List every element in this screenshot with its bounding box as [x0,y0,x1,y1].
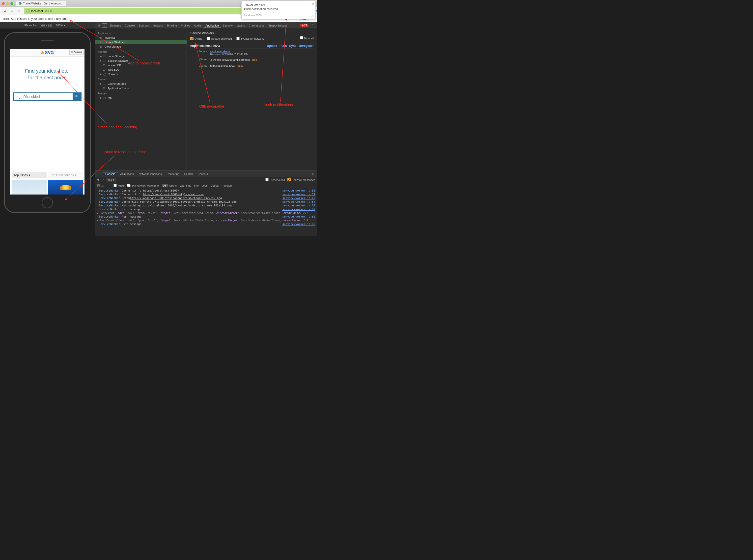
search-icon: 🔍 [75,95,79,98]
app-header: ✱SVG ≡Menu [10,49,84,57]
drawer-tab[interactable]: Animations [118,173,136,176]
log-level[interactable]: Logs [200,184,209,187]
traffic-lights [2,2,13,5]
back-button[interactable]: ◄ [2,8,7,14]
sidebar-group: Application [95,30,187,36]
update-checkbox[interactable]: Update on reload [207,37,232,40]
sidebar-item-service-workers[interactable]: ⚙Service Workers [95,40,187,44]
source-link[interactable]: service-worker.js:64 [280,204,315,207]
devtools-tab[interactable]: Application [203,24,221,27]
hero-text: Find your ideal hotel for the best price… [10,57,84,84]
close-icon[interactable]: × [312,2,314,6]
source-link[interactable]: service-worker.js:82 [280,215,315,218]
kebab-icon[interactable]: ⋮ [309,24,316,27]
url-host: localhost [31,9,43,13]
menu-button[interactable]: ≡Menu [69,49,83,55]
browser-tab[interactable]: Travel Website—Get the best c… [16,1,66,6]
search-button[interactable]: 🔍 [73,93,81,100]
filter-input[interactable] [97,184,111,187]
top-destinations-dropdown[interactable]: Top Destinations ▾ [48,172,83,178]
bypass-checkbox[interactable]: Bypass for network [237,37,264,40]
log-level[interactable]: Info [192,184,200,187]
devtools-tab[interactable]: Timeline [165,24,179,27]
source-link[interactable]: service-worker.js:54 [280,200,315,203]
apps-icon[interactable]: ⊞⊞⊞ [2,17,8,21]
log-level[interactable]: All [162,184,168,187]
device-frame: ✱SVG ≡Menu Find your ideal hotel for the… [4,32,91,228]
zoom-select[interactable]: 100% ▾ [56,24,65,27]
show-all-checkbox[interactable]: Show all messages [287,178,315,181]
log-level[interactable]: Warnings [178,184,192,187]
devtools-tab[interactable]: Audits [192,24,204,27]
drawer-tab[interactable]: Rendering [164,173,182,176]
device-mode-icon[interactable]: ▯ [102,23,107,27]
info-icon[interactable]: i [26,9,30,13]
drawer-tab[interactable]: Network conditions [136,173,164,176]
top-cities-dropdown[interactable]: Top Cities ▾ [12,172,46,178]
log-level[interactable]: Errors [168,184,178,187]
devtools-tab[interactable]: Sources [137,24,151,27]
kebab-icon[interactable]: ⋮ [97,173,102,176]
log-level[interactable]: Handled [220,184,233,187]
forward-button[interactable]: ► [9,8,15,14]
sw-stop-link[interactable]: stop [252,58,257,61]
source-link[interactable]: service-worker.js:47 [280,197,315,200]
sw-update-link[interactable]: Update [267,44,277,47]
error-badge[interactable]: ⊘ 22 [300,24,308,27]
home-button-icon [42,197,53,208]
sidebar-item[interactable]: ▶▢top [95,96,187,100]
clear-console-icon[interactable]: ⊘ [97,178,99,181]
search-input[interactable] [14,93,73,100]
sidebar-item[interactable]: ▶☷Cache Storage [95,81,187,86]
devtools-tab[interactable]: ChromeLens [247,24,266,27]
sidebar-item[interactable]: ☷Web SQL [95,67,187,72]
regex-checkbox[interactable]: Regex [114,184,125,187]
sidebar-item-clear-storage[interactable]: ▤Clear storage [95,44,187,49]
close-icon[interactable]: × [310,173,316,176]
offline-checkbox[interactable]: Offline [190,37,202,40]
console-line: [ServiceWorker] Fetch http://localhost:8… [95,196,317,200]
city-thumb[interactable] [48,180,83,195]
devtools-tab[interactable]: Elements [107,24,123,27]
filter-icon[interactable]: ▽ [102,178,104,181]
devtools-tab[interactable]: Layers [235,24,247,27]
sw-focus-link[interactable]: focus [237,64,243,67]
drawer-tab[interactable]: Console [103,172,118,176]
sw-sync-link[interactable]: Sync [289,44,296,47]
source-link[interactable]: service-worker.js:82 [280,222,315,226]
devtools-tab[interactable]: SnappySnippet [266,24,289,27]
devtools-tab[interactable]: Security [221,24,235,27]
drawer-tab[interactable]: Sensors [195,173,210,176]
source-link[interactable]: service-worker.js:51 [280,189,315,192]
sw-push-link[interactable]: Push [280,44,287,47]
drawer-tab[interactable]: Search [182,173,195,176]
source-link[interactable]: service-worker.js:82 [280,208,315,211]
sw-origin: http://localhost:8000/ [190,44,220,47]
reload-button[interactable]: ⟳ [17,8,22,14]
city-thumb[interactable] [12,180,46,195]
push-notification[interactable]: × Travel Website Push notification recei… [241,1,316,19]
devtools-tab[interactable]: Profiles [179,24,192,27]
hide-network-checkbox[interactable]: Hide network messages [127,184,159,187]
gear-icon[interactable]: ⚙ [311,14,314,18]
console-line: [ServiceWorker] Cache hit for http://loc… [95,189,317,193]
devtools-tab[interactable]: Network [151,24,165,27]
context-select[interactable]: top ▾ [106,178,116,182]
device-select[interactable]: iPhone 6 ▾ [24,24,37,27]
sidebar-item[interactable]: ☷IndexedDB [95,63,187,67]
sidebar-item-manifest[interactable]: ▤Manifest [95,36,187,40]
sidebar-item[interactable]: ▶☷Session Storage [95,59,187,63]
showall-checkbox[interactable]: Show all [300,36,314,40]
sw-source-link[interactable]: service-worker.js [210,50,230,53]
source-link[interactable]: service-worker.js:51 [280,193,315,196]
search-box: 🔍 [13,93,82,101]
preserve-log-checkbox[interactable]: Preserve log [265,178,285,181]
sidebar-item[interactable]: ☷Application Cache [95,86,187,91]
devtools-tab[interactable]: Console [123,24,137,27]
log-level[interactable]: Debug [209,184,220,187]
devtools: ▣ ▯ ElementsConsoleSourcesNetworkTimelin… [95,22,317,236]
inspect-icon[interactable]: ▣ [97,24,102,27]
sidebar-item[interactable]: ▶◯Cookies [95,72,187,76]
sw-unregister-link[interactable]: Unregister [299,44,314,47]
sidebar-item[interactable]: ▶☷Local Storage [95,54,187,59]
